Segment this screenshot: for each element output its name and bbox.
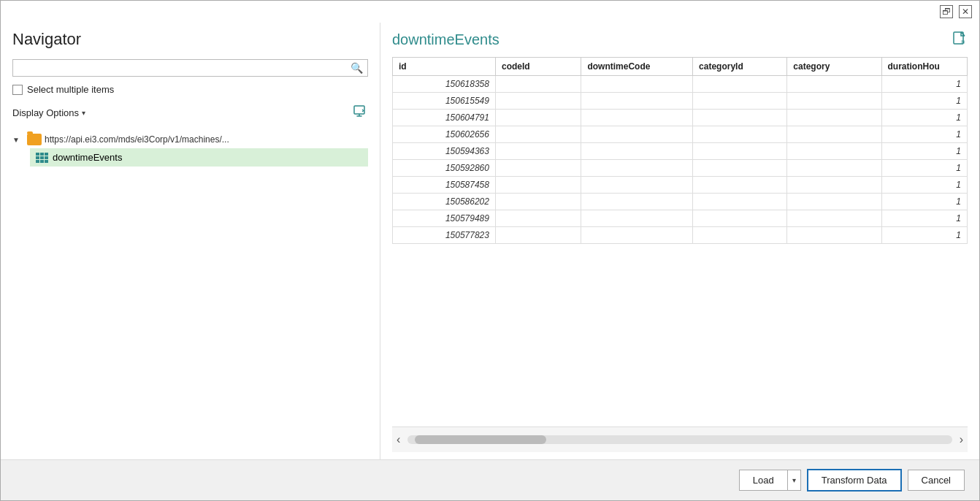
col-header-downtimeCode: downtimeCode bbox=[581, 58, 693, 76]
cell-codeId bbox=[495, 110, 581, 126]
display-options-label: Display Options bbox=[12, 107, 79, 118]
cell-category bbox=[787, 227, 881, 244]
table-row: 1505943631 bbox=[393, 143, 968, 160]
search-icon[interactable]: 🔍 bbox=[351, 62, 363, 74]
cell-category bbox=[787, 210, 881, 227]
cell-downtimeCode bbox=[581, 110, 693, 126]
cell-durationHou: 1 bbox=[881, 210, 968, 227]
cell-downtimeCode bbox=[581, 76, 693, 93]
cell-codeId bbox=[495, 143, 581, 160]
table-row: 1506183581 bbox=[393, 76, 968, 93]
cell-downtimeCode bbox=[581, 93, 693, 110]
cell-codeId bbox=[495, 160, 581, 177]
cell-id: 150587458 bbox=[393, 177, 496, 194]
cell-id: 150592860 bbox=[393, 160, 496, 177]
cell-codeId bbox=[495, 177, 581, 194]
cell-durationHou: 1 bbox=[881, 143, 968, 160]
table-row: 1506155491 bbox=[393, 93, 968, 110]
cell-id: 150604791 bbox=[393, 110, 496, 126]
cell-downtimeCode bbox=[581, 177, 693, 194]
display-options-button[interactable]: Display Options ▾ bbox=[12, 107, 85, 118]
restore-button[interactable]: 🗗 bbox=[940, 5, 953, 18]
table-row: 1506047911 bbox=[393, 110, 968, 126]
table-row: 1505928601 bbox=[393, 160, 968, 177]
cell-id: 150618358 bbox=[393, 76, 496, 93]
search-box: 🔍 bbox=[12, 59, 368, 77]
cell-codeId bbox=[495, 227, 581, 244]
display-options-row: Display Options ▾ bbox=[12, 102, 368, 123]
col-header-durationHou: durationHou bbox=[881, 58, 968, 76]
refresh-icon-button[interactable] bbox=[351, 102, 368, 123]
cell-durationHou: 1 bbox=[881, 160, 968, 177]
load-button-group: Load ▾ bbox=[739, 470, 801, 491]
col-header-categoryId: categoryId bbox=[693, 58, 787, 76]
col-header-id: id bbox=[393, 58, 496, 76]
cell-downtimeCode bbox=[581, 194, 693, 210]
scroll-track[interactable] bbox=[407, 435, 952, 444]
data-table-wrapper: id codeId downtimeCode categoryId catego… bbox=[392, 57, 968, 452]
scroll-right-button[interactable]: › bbox=[955, 432, 968, 448]
table-header-row: id codeId downtimeCode categoryId catego… bbox=[393, 58, 968, 76]
cell-categoryId bbox=[693, 126, 787, 143]
search-input[interactable] bbox=[18, 63, 351, 74]
folder-icon bbox=[27, 134, 42, 145]
tree-area: ▼ https://api.ei3.com/mds/ei3Corp/v1/mac… bbox=[12, 131, 368, 452]
load-button[interactable]: Load bbox=[739, 470, 788, 491]
cell-categoryId bbox=[693, 143, 787, 160]
export-button[interactable] bbox=[952, 30, 968, 50]
tree-child-item-downtimeevents[interactable]: downtimeEvents bbox=[30, 148, 368, 167]
cell-codeId bbox=[495, 93, 581, 110]
tree-root-label: https://api.ei3.com/mds/ei3Corp/v1/machi… bbox=[45, 134, 229, 145]
cell-codeId bbox=[495, 76, 581, 93]
cell-durationHou: 1 bbox=[881, 110, 968, 126]
tree-child-label: downtimeEvents bbox=[53, 152, 122, 163]
cell-categoryId bbox=[693, 210, 787, 227]
cell-id: 150577823 bbox=[393, 227, 496, 244]
cell-durationHou: 1 bbox=[881, 227, 968, 244]
cell-durationHou: 1 bbox=[881, 76, 968, 93]
load-dropdown-button[interactable]: ▾ bbox=[788, 470, 801, 491]
cell-id: 150586202 bbox=[393, 194, 496, 210]
scroll-thumb[interactable] bbox=[415, 435, 546, 444]
cell-id: 150615549 bbox=[393, 93, 496, 110]
cell-id: 150579489 bbox=[393, 210, 496, 227]
table-row: 1506026561 bbox=[393, 126, 968, 143]
cell-downtimeCode bbox=[581, 143, 693, 160]
cell-categoryId bbox=[693, 76, 787, 93]
display-options-arrow: ▾ bbox=[82, 109, 85, 117]
table-icon bbox=[36, 153, 48, 163]
cell-codeId bbox=[495, 194, 581, 210]
cell-categoryId bbox=[693, 227, 787, 244]
tree-root-item[interactable]: ▼ https://api.ei3.com/mds/ei3Corp/v1/mac… bbox=[12, 131, 368, 148]
title-bar: 🗗 ✕ bbox=[1, 1, 979, 23]
close-button[interactable]: ✕ bbox=[959, 5, 972, 18]
select-multiple-label: Select multiple items bbox=[27, 84, 114, 95]
data-table: id codeId downtimeCode categoryId catego… bbox=[392, 57, 968, 244]
scroll-left-button[interactable]: ‹ bbox=[392, 432, 405, 448]
cell-categoryId bbox=[693, 93, 787, 110]
cell-categoryId bbox=[693, 110, 787, 126]
cell-durationHou: 1 bbox=[881, 93, 968, 110]
table-row: 1505862021 bbox=[393, 194, 968, 210]
tree-expand-icon: ▼ bbox=[12, 136, 24, 144]
cell-category bbox=[787, 93, 881, 110]
cell-downtimeCode bbox=[581, 126, 693, 143]
cell-durationHou: 1 bbox=[881, 194, 968, 210]
preview-title: downtimeEvents bbox=[392, 31, 499, 48]
cell-codeId bbox=[495, 210, 581, 227]
left-panel: Navigator 🔍 Select multiple items Displa… bbox=[1, 23, 380, 459]
cell-category bbox=[787, 160, 881, 177]
select-multiple-row: Select multiple items bbox=[12, 84, 368, 95]
cell-category bbox=[787, 143, 881, 160]
cell-downtimeCode bbox=[581, 227, 693, 244]
cell-durationHou: 1 bbox=[881, 126, 968, 143]
select-multiple-checkbox[interactable] bbox=[12, 85, 23, 95]
cell-codeId bbox=[495, 126, 581, 143]
horizontal-scrollbar: ‹ › bbox=[392, 427, 968, 452]
cell-category bbox=[787, 110, 881, 126]
transform-data-button[interactable]: Transform Data bbox=[807, 469, 902, 492]
col-header-codeId: codeId bbox=[495, 58, 581, 76]
cell-id: 150602656 bbox=[393, 126, 496, 143]
cancel-button[interactable]: Cancel bbox=[908, 470, 965, 491]
table-row: 1505874581 bbox=[393, 177, 968, 194]
